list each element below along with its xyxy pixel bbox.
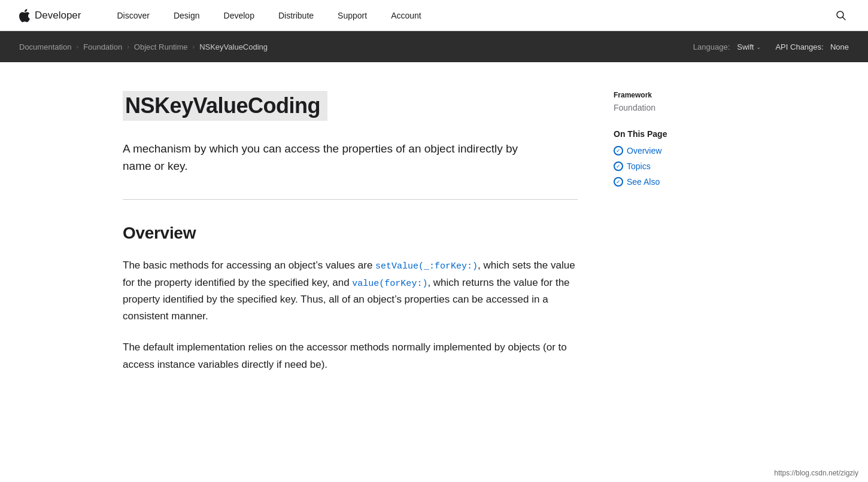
page-title: NSKeyValueCoding bbox=[125, 93, 320, 118]
nav-develop[interactable]: Develop bbox=[212, 0, 266, 31]
api-changes: API Changes: None bbox=[775, 42, 849, 51]
breadcrumb-sep-2: › bbox=[127, 43, 129, 50]
api-changes-label: API Changes: bbox=[775, 42, 823, 51]
nav-right bbox=[833, 8, 849, 23]
language-chevron-icon: ⌄ bbox=[756, 44, 761, 50]
nav-links: Discover Design Develop Distribute Suppo… bbox=[105, 0, 834, 31]
overview-para-1: The basic methods for accessing an objec… bbox=[123, 257, 578, 325]
breadcrumb-sep-1: › bbox=[76, 43, 78, 50]
sidebar-framework-label: Framework bbox=[614, 91, 745, 99]
overview-para-2: The default implementation relies on the… bbox=[123, 339, 578, 373]
sidebar-link-topics-label: Topics bbox=[627, 161, 651, 171]
sidebar-link-see-also[interactable]: ✓ See Also bbox=[614, 177, 745, 187]
set-value-link[interactable]: setValue(_:forKey:) bbox=[375, 261, 478, 271]
svg-line-1 bbox=[843, 17, 846, 20]
breadcrumb: Documentation › Foundation › Object Runt… bbox=[19, 42, 268, 51]
logo-text: Developer bbox=[35, 10, 81, 22]
api-changes-value: None bbox=[830, 42, 849, 51]
page-title-wrapper: NSKeyValueCoding bbox=[123, 91, 327, 121]
sidebar-on-this-page-title: On This Page bbox=[614, 129, 745, 139]
top-nav: Developer Discover Design Develop Distri… bbox=[0, 0, 868, 31]
overview-circle-icon: ✓ bbox=[614, 146, 623, 155]
page-description: A mechanism by which you can access the … bbox=[123, 140, 530, 175]
nav-distribute[interactable]: Distribute bbox=[266, 0, 326, 31]
see-also-circle-icon: ✓ bbox=[614, 177, 623, 187]
section-divider bbox=[123, 199, 578, 200]
breadcrumb-bar: Documentation › Foundation › Object Runt… bbox=[0, 31, 868, 62]
main-wrapper: NSKeyValueCoding A mechanism by which yo… bbox=[75, 62, 793, 435]
sidebar-link-see-also-label: See Also bbox=[627, 177, 660, 187]
breadcrumb-current: NSKeyValueCoding bbox=[199, 42, 268, 51]
sidebar: Framework Foundation On This Page ✓ Over… bbox=[614, 91, 745, 388]
nav-design[interactable]: Design bbox=[162, 0, 212, 31]
breadcrumb-documentation[interactable]: Documentation bbox=[19, 42, 71, 51]
sidebar-link-topics[interactable]: ✓ Topics bbox=[614, 161, 745, 171]
language-selector[interactable]: Language: Swift ⌄ bbox=[693, 42, 761, 51]
search-button[interactable] bbox=[833, 8, 849, 23]
language-label: Language: bbox=[693, 42, 730, 51]
apple-logo-icon bbox=[19, 9, 30, 22]
topics-circle-icon: ✓ bbox=[614, 161, 623, 171]
nav-account[interactable]: Account bbox=[379, 0, 433, 31]
sidebar-link-overview[interactable]: ✓ Overview bbox=[614, 146, 745, 155]
nav-discover[interactable]: Discover bbox=[105, 0, 162, 31]
sidebar-framework-value: Foundation bbox=[614, 103, 745, 112]
sidebar-link-overview-label: Overview bbox=[627, 146, 661, 155]
breadcrumb-foundation[interactable]: Foundation bbox=[83, 42, 122, 51]
nav-support[interactable]: Support bbox=[326, 0, 379, 31]
overview-para1-pre: The basic methods for accessing an objec… bbox=[123, 260, 375, 271]
language-value: Swift bbox=[737, 42, 754, 51]
breadcrumb-object-runtime[interactable]: Object Runtime bbox=[134, 42, 188, 51]
search-icon bbox=[836, 10, 846, 21]
value-for-key-link[interactable]: value(forKey:) bbox=[352, 279, 427, 289]
sidebar-on-this-page: On This Page ✓ Overview ✓ Topics ✓ See A… bbox=[614, 129, 745, 187]
logo-link[interactable]: Developer bbox=[19, 9, 81, 22]
content-area: NSKeyValueCoding A mechanism by which yo… bbox=[123, 91, 578, 388]
overview-heading: Overview bbox=[123, 224, 578, 243]
sidebar-framework: Framework Foundation bbox=[614, 91, 745, 112]
breadcrumb-right: Language: Swift ⌄ API Changes: None bbox=[693, 42, 849, 51]
breadcrumb-sep-3: › bbox=[192, 43, 195, 50]
